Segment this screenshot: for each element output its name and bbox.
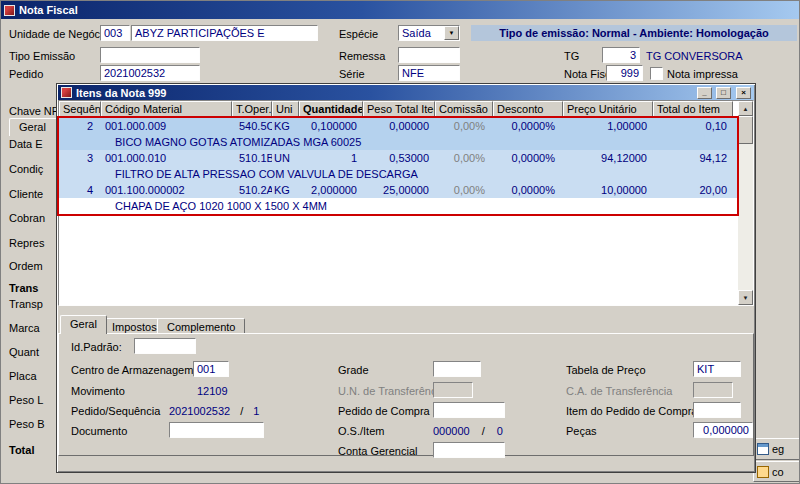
highlight-annotation [57,116,739,216]
items-window-titlebar[interactable]: Itens da Nota 999 _ □ × [58,85,754,100]
left-form-label: Condiç [9,163,43,176]
partial-button-2-label: co [772,466,784,478]
ca-transferencia-field [693,382,733,398]
serie-field[interactable]: NFE [398,65,460,81]
items-window-title: Itens da Nota 999 [76,87,693,99]
pedido-field[interactable]: 2021002532 [100,65,200,81]
unidade-negocio-name-field[interactable]: ABYZ PARTICIPAÇÕES E [131,25,318,41]
left-form-label: Total [9,444,34,457]
close-button[interactable]: × [736,87,751,99]
un-transferencia-label: U.N. de Transferência [338,385,445,398]
pedido-compra-label: Pedido de Compra [338,405,430,418]
main-tab-geral-label: Geral [19,121,46,133]
chave-nf-label: Chave NF [9,105,59,118]
left-form-label: Trans [9,282,38,295]
main-tab-geral[interactable]: Geral [9,118,61,136]
remessa-label: Remessa [339,50,385,63]
scroll-up-icon: ▲ [743,106,749,112]
left-form-label: Repres [9,237,44,250]
partial-button-1-label: eg [772,443,784,455]
serie-label: Série [339,68,365,81]
grade-label: Grade [338,364,369,377]
movimento-label: Movimento [71,385,125,398]
dropdown-arrow-icon[interactable]: ▼ [444,26,459,40]
nota-impressa-label: Nota impressa [667,68,738,81]
left-form-label: Transp [9,298,43,311]
tab-complemento-label: Complemento [167,321,235,333]
centro-armazenagem-label: Centro de Armazenagem [71,364,193,377]
conta-gerencial-field[interactable] [433,442,505,458]
maximize-icon: □ [721,89,726,97]
emission-banner: Tipo de emissão: Normal - Ambiente: Homo… [471,25,797,41]
id-padrao-field[interactable] [134,338,196,354]
os-num: 0 [497,425,503,437]
id-padrao-label: Id.Padrão: [71,341,122,354]
main-window-titlebar[interactable]: Nota Fiscal [1,1,800,19]
centro-armazenagem-field[interactable]: 001 [193,361,229,377]
partial-button-2[interactable]: co [753,461,800,482]
minimize-button[interactable]: _ [697,87,712,99]
documento-field[interactable] [169,422,264,438]
scroll-down-button[interactable]: ▼ [738,290,753,305]
grade-field[interactable] [433,361,481,377]
maximize-button[interactable]: □ [716,87,731,99]
left-form-label: Cobran [9,212,45,225]
tab-geral[interactable]: Geral [60,315,107,334]
movimento-value: 12109 [197,385,228,398]
scroll-up-button[interactable]: ▲ [738,101,753,116]
conta-gerencial-label: Conta Gerencial [338,445,418,458]
spreadsheet-icon [757,443,769,455]
os-separator: / [482,425,485,437]
left-form-label: Ordem [9,260,43,273]
pedido-sequencia-pedido: 2021002532 [169,405,230,417]
close-icon: × [741,89,746,97]
unidade-negocio-label: Unidade de Negócio [9,28,109,41]
tab-complemento[interactable]: Complemento [157,318,245,334]
left-form-label: Peso B [9,418,44,431]
tabela-preco-field[interactable]: KIT [693,361,741,377]
nota-impressa-checkbox[interactable] [650,67,663,80]
tab-impostos-label: Impostos [112,321,157,333]
documento-label: Documento [71,425,127,438]
tipo-emissao-label: Tipo Emissão [9,50,75,63]
pecas-field[interactable]: 0,000000 [693,422,753,438]
app-icon [4,5,15,16]
pedido-compra-field[interactable] [433,402,505,418]
partial-button-1[interactable]: eg [753,438,800,460]
os-value: 000000 [433,425,470,437]
especie-label: Espécie [339,28,378,41]
ca-transferencia-label: C.A. de Transferência [566,385,672,398]
grid-vscrollbar[interactable]: ▲ ▼ [738,101,753,305]
especie-value: Saída [399,26,444,40]
nota-fiscal-number-field[interactable]: 999 [606,65,643,81]
tabela-preco-label: Tabela de Preço [566,364,646,377]
item-pedido-compra-field[interactable] [693,402,741,418]
scroll-down-icon: ▼ [743,295,749,301]
box-icon [757,466,769,478]
especie-select[interactable]: Saída ▼ [398,25,460,41]
pecas-label: Peças [566,425,597,438]
pedido-sequencia-separator: / [240,405,243,417]
pedido-label: Pedido [9,68,43,81]
unidade-negocio-code-field[interactable]: 003 [100,25,130,41]
left-form-label: Peso L [9,394,43,407]
tab-geral-label: Geral [70,318,97,330]
left-form-label: Cliente [9,188,43,201]
item-pedido-compra-label: Item do Pedido de Compra [566,405,697,418]
main-window-title: Nota Fiscal [19,4,78,16]
un-transferencia-field [433,382,473,398]
tg-code-field[interactable]: 3 [602,47,640,63]
tipo-emissao-field[interactable] [100,47,200,63]
left-form-label: Placa [9,370,37,383]
os-item-label: O.S./Item [338,425,384,438]
left-form-label: Quant [9,346,39,359]
items-window-icon [61,87,72,98]
tg-name-text: TG CONVERSORA [646,50,743,63]
left-form-label: Marca [9,322,40,335]
os-item-value: 000000 / 0 [433,425,503,437]
pedido-sequencia-num: 1 [253,405,259,417]
pedido-sequencia-value: 2021002532 / 1 [169,405,259,417]
scrollbar-thumb[interactable] [738,116,753,144]
remessa-field[interactable] [398,47,460,63]
nota-fiscal-screen: Nota Fiscal Unidade de Negócio 003 ABYZ … [0,0,800,484]
